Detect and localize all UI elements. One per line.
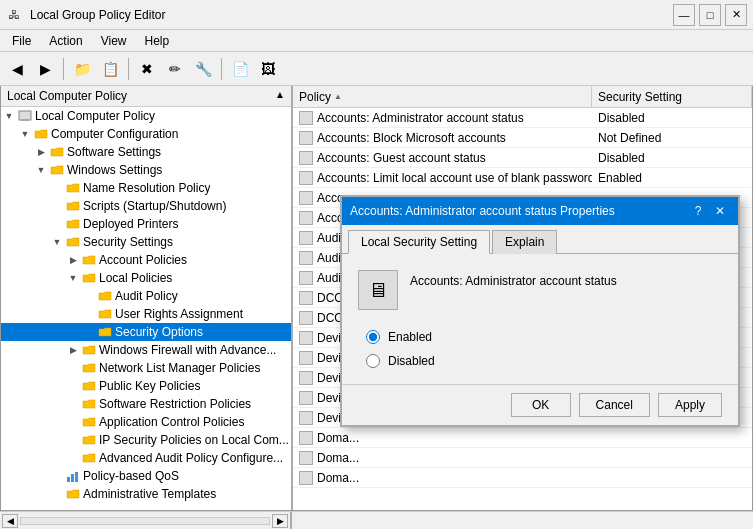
tree-label-security-options: Security Options (115, 325, 203, 339)
minimize-button[interactable]: — (673, 4, 695, 26)
toolbar-separator-1 (63, 58, 64, 80)
dialog-policy-icon: 🖥 (358, 270, 398, 310)
tree-icon-local-computer-policy (17, 108, 33, 124)
toolbar-properties-button[interactable]: 📋 (97, 56, 123, 82)
menu-action[interactable]: Action (41, 32, 90, 50)
tree-item-security-options[interactable]: ▶Security Options (1, 323, 291, 341)
list-row-18[interactable]: Doma... (293, 468, 752, 488)
toolbar: ◀ ▶ 📁 📋 ✖ ✏ 🔧 📄 🖼 (0, 52, 753, 86)
column-header-setting[interactable]: Security Setting (592, 86, 752, 107)
toolbar-properties2-button[interactable]: 🔧 (190, 56, 216, 82)
horizontal-scrollbar-track[interactable] (20, 517, 270, 525)
tree-item-policy-based-qos[interactable]: ▶Policy-based QoS (1, 467, 291, 485)
tree-header-label: Local Computer Policy (7, 89, 127, 103)
tree-item-application-control[interactable]: ▶Application Control Policies (1, 413, 291, 431)
tree-scroll-area[interactable]: ▼Local Computer Policy▼Computer Configur… (1, 107, 291, 507)
tree-icon-user-rights-assignment (97, 306, 113, 322)
properties-dialog[interactable]: Accounts: Administrator account status P… (340, 195, 740, 427)
column-header-policy[interactable]: Policy ▲ (293, 86, 592, 107)
menu-view[interactable]: View (93, 32, 135, 50)
cell-setting-0: Disabled (592, 109, 752, 127)
tree-item-administrative-templates[interactable]: ▶Administrative Templates (1, 485, 291, 503)
tree-item-software-settings[interactable]: ▶Software Settings (1, 143, 291, 161)
scroll-left-button[interactable]: ◀ (2, 514, 18, 528)
list-row-2[interactable]: Accounts: Guest account statusDisabled (293, 148, 752, 168)
row-icon-3 (299, 171, 313, 185)
tree-item-audit-policy[interactable]: ▶Audit Policy (1, 287, 291, 305)
expander-security-settings[interactable]: ▼ (49, 234, 65, 250)
list-row-1[interactable]: Accounts: Block Microsoft accountsNot De… (293, 128, 752, 148)
toolbar-export-button[interactable]: 📄 (227, 56, 253, 82)
toolbar-forward-button[interactable]: ▶ (32, 56, 58, 82)
tree-item-windows-firewall[interactable]: ▶Windows Firewall with Advance... (1, 341, 291, 359)
tree-item-advanced-audit[interactable]: ▶Advanced Audit Policy Configure... (1, 449, 291, 467)
tree-label-windows-settings: Windows Settings (67, 163, 162, 177)
expander-windows-settings[interactable]: ▼ (33, 162, 49, 178)
expander-computer-configuration[interactable]: ▼ (17, 126, 33, 142)
expander-software-settings[interactable]: ▶ (33, 144, 49, 160)
row-icon-14 (299, 391, 313, 405)
dialog-close-button[interactable]: ✕ (710, 201, 730, 221)
tree-item-scripts[interactable]: ▶Scripts (Startup/Shutdown) (1, 197, 291, 215)
toolbar-back-button[interactable]: ◀ (4, 56, 30, 82)
list-row-17[interactable]: Doma... (293, 448, 752, 468)
title-bar: 🖧 Local Group Policy Editor — □ ✕ (0, 0, 753, 30)
tree-item-public-key-policies[interactable]: ▶Public Key Policies (1, 377, 291, 395)
tree-item-user-rights-assignment[interactable]: ▶User Rights Assignment (1, 305, 291, 323)
tab-local-security-setting[interactable]: Local Security Setting (348, 230, 490, 254)
tree-item-name-resolution-policy[interactable]: ▶Name Resolution Policy (1, 179, 291, 197)
tree-icon-policy-based-qos (65, 468, 81, 484)
menu-file[interactable]: File (4, 32, 39, 50)
tree-item-account-policies[interactable]: ▶Account Policies (1, 251, 291, 269)
expander-windows-firewall[interactable]: ▶ (65, 342, 81, 358)
expander-local-policies[interactable]: ▼ (65, 270, 81, 286)
dialog-cancel-button[interactable]: Cancel (579, 393, 650, 417)
maximize-button[interactable]: □ (699, 4, 721, 26)
toolbar-rename-button[interactable]: ✏ (162, 56, 188, 82)
tree-icon-network-list-manager (81, 360, 97, 376)
row-icon-0 (299, 111, 313, 125)
radio-enabled-option[interactable]: Enabled (366, 330, 722, 344)
tree-item-windows-settings[interactable]: ▼Windows Settings (1, 161, 291, 179)
tree-item-network-list-manager[interactable]: ▶Network List Manager Policies (1, 359, 291, 377)
tab-explain[interactable]: Explain (492, 230, 557, 254)
scroll-right-button[interactable]: ▶ (272, 514, 288, 528)
radio-disabled-input[interactable] (366, 354, 380, 368)
dialog-apply-button[interactable]: Apply (658, 393, 722, 417)
svg-rect-3 (71, 474, 74, 482)
row-icon-5 (299, 211, 313, 225)
tree-item-ip-security[interactable]: ▶IP Security Policies on Local Com... (1, 431, 291, 449)
tree-item-local-computer-policy[interactable]: ▼Local Computer Policy (1, 107, 291, 125)
expander-account-policies[interactable]: ▶ (65, 252, 81, 268)
list-header: Policy ▲ Security Setting (293, 86, 752, 108)
tree-label-public-key-policies: Public Key Policies (99, 379, 200, 393)
toolbar-folder-button[interactable]: 📁 (69, 56, 95, 82)
dialog-ok-button[interactable]: OK (511, 393, 571, 417)
tree-icon-audit-policy (97, 288, 113, 304)
radio-enabled-input[interactable] (366, 330, 380, 344)
tree-label-deployed-printers: Deployed Printers (83, 217, 178, 231)
app-icon: 🖧 (6, 7, 22, 23)
tree-item-computer-configuration[interactable]: ▼Computer Configuration (1, 125, 291, 143)
dialog-help-button[interactable]: ? (688, 201, 708, 221)
toolbar-delete-button[interactable]: ✖ (134, 56, 160, 82)
list-row-3[interactable]: Accounts: Limit local account use of bla… (293, 168, 752, 188)
close-button[interactable]: ✕ (725, 4, 747, 26)
list-row-0[interactable]: Accounts: Administrator account statusDi… (293, 108, 752, 128)
toolbar-view-button[interactable]: 🖼 (255, 56, 281, 82)
policy-text-17: Doma... (317, 451, 359, 465)
toolbar-separator-2 (128, 58, 129, 80)
list-row-16[interactable]: Doma... (293, 428, 752, 448)
radio-enabled-label: Enabled (388, 330, 432, 344)
tree-label-administrative-templates: Administrative Templates (83, 487, 216, 501)
tree-item-software-restriction[interactable]: ▶Software Restriction Policies (1, 395, 291, 413)
tree-item-local-policies[interactable]: ▼Local Policies (1, 269, 291, 287)
menu-bar: File Action View Help (0, 30, 753, 52)
expander-local-computer-policy[interactable]: ▼ (1, 108, 17, 124)
tree-collapse-btn[interactable]: ▲ (275, 89, 285, 100)
tree-item-security-settings[interactable]: ▼Security Settings (1, 233, 291, 251)
radio-disabled-option[interactable]: Disabled (366, 354, 722, 368)
tree-item-deployed-printers[interactable]: ▶Deployed Printers (1, 215, 291, 233)
menu-help[interactable]: Help (137, 32, 178, 50)
sort-arrow-icon: ▲ (334, 92, 342, 101)
